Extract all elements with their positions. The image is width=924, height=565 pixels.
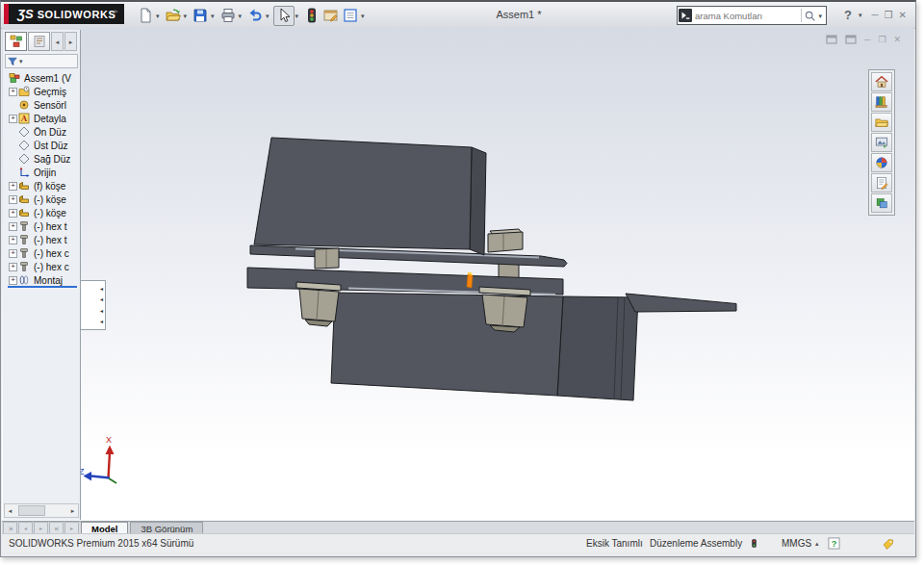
tree-item-label: Assem1 (V xyxy=(24,73,71,84)
expander-icon[interactable] xyxy=(9,263,18,271)
tree-item[interactable]: (-) hex c xyxy=(3,246,80,260)
units-dropdown-icon[interactable] xyxy=(815,540,819,547)
task-pane xyxy=(868,69,895,216)
assembly-icon xyxy=(9,72,21,84)
part-icon xyxy=(18,207,31,218)
property-manager-tab[interactable] xyxy=(28,32,50,51)
tree-item[interactable]: Üst Düz xyxy=(3,139,80,152)
tree-item[interactable]: Montaj xyxy=(3,273,80,287)
expander-icon[interactable] xyxy=(9,276,18,285)
annotations-icon: A xyxy=(18,113,31,124)
tree-item-label: Montaj xyxy=(34,275,63,286)
graphics-viewport[interactable]: X Z Assem1 (VGeçmişSensörlADetaylaÖn Düz… xyxy=(2,28,914,523)
doc-window-button[interactable] xyxy=(826,35,837,44)
tree-item-label: (f) köşe xyxy=(34,181,65,192)
units-selector[interactable]: MMGS xyxy=(782,538,819,549)
scroll-left-icon[interactable] xyxy=(5,507,15,514)
doc-minimize-button[interactable] xyxy=(864,36,870,44)
scroll-right-icon[interactable] xyxy=(67,507,78,514)
expander-icon[interactable] xyxy=(9,236,18,244)
tree-item[interactable]: (f) köşe xyxy=(3,179,80,193)
custom-properties-icon[interactable] xyxy=(871,173,892,193)
sensors-icon xyxy=(18,99,31,111)
tree-item-label: Sensörl xyxy=(34,100,66,111)
doc-restore-button[interactable] xyxy=(878,36,886,44)
expander-icon[interactable] xyxy=(9,249,18,258)
rollback-bar[interactable] xyxy=(8,286,77,288)
tree-item[interactable]: Orijin xyxy=(3,166,80,179)
tree-item-label: (-) hex c xyxy=(34,248,69,259)
solidworks-forum-icon[interactable] xyxy=(871,193,892,213)
svg-text:?: ? xyxy=(832,539,837,549)
doc-window-button[interactable] xyxy=(845,35,857,44)
tree-item[interactable]: Ön Düz xyxy=(3,125,80,139)
svg-text:A: A xyxy=(21,114,28,123)
document-window-controls xyxy=(826,35,901,44)
tree-item[interactable]: Assem1 (V xyxy=(3,71,80,85)
tree-item[interactable]: ADetayla xyxy=(3,112,80,125)
tree-item-label: (-) hex t xyxy=(34,235,66,245)
document-tabs-bar: Model3B Görünüm xyxy=(2,521,914,534)
expander-icon[interactable] xyxy=(9,222,18,231)
solidworks-window: ƷS SOLIDWORKS Assem1 * ? xyxy=(0,0,916,557)
tree-item-label: Detayla xyxy=(34,114,66,124)
model-view: X Z xyxy=(2,2,916,556)
tree-item[interactable]: (-) hex t xyxy=(3,219,80,233)
tags-icon[interactable] xyxy=(882,537,895,550)
bolt-icon xyxy=(18,234,31,245)
orientation-triad: X Z xyxy=(79,435,116,483)
plane-icon xyxy=(18,126,31,138)
doc-close-button[interactable] xyxy=(893,36,901,44)
tree-item[interactable]: Geçmiş xyxy=(3,85,80,98)
bolt-icon xyxy=(18,261,31,272)
tree-item[interactable]: (-) hex t xyxy=(3,233,80,246)
tree-item[interactable]: (-) köşe xyxy=(3,206,80,219)
panel-tabs xyxy=(3,30,80,52)
tree-filter[interactable] xyxy=(5,54,78,68)
tree-item[interactable]: Sensörl xyxy=(3,98,80,112)
origin-icon xyxy=(18,167,31,178)
rebuild-status-icon xyxy=(750,537,758,550)
feature-manager-panel: Assem1 (VGeçmişSensörlADetaylaÖn DüzÜst … xyxy=(3,30,81,520)
panel-scroll-right-icon[interactable] xyxy=(64,32,77,51)
expander-icon[interactable] xyxy=(9,209,18,218)
file-explorer-icon[interactable] xyxy=(871,113,892,132)
bolt-icon xyxy=(18,247,31,259)
edit-mode-status: Düzenleme Assembly xyxy=(650,538,742,549)
panel-splitter[interactable] xyxy=(81,280,106,330)
design-library-icon[interactable] xyxy=(871,92,892,112)
filter-icon xyxy=(8,57,17,66)
expander-icon[interactable] xyxy=(9,115,18,123)
expander-icon[interactable] xyxy=(9,182,18,191)
quick-tips-icon[interactable]: ? xyxy=(828,537,840,550)
tree-item[interactable]: Sağ Düz xyxy=(3,152,80,166)
tree-item-label: (-) köşe xyxy=(34,208,66,218)
bolt-icon xyxy=(18,220,31,232)
plane-icon xyxy=(18,153,31,165)
plane-icon xyxy=(18,140,31,151)
expander-icon[interactable] xyxy=(9,195,18,204)
part-icon xyxy=(18,180,31,192)
panel-scroll-left-icon[interactable] xyxy=(51,32,64,51)
assembly-model[interactable] xyxy=(247,138,736,400)
tree-item-label: (-) hex c xyxy=(34,262,69,272)
tree-item[interactable]: (-) hex c xyxy=(3,260,80,273)
tree-item[interactable]: (-) köşe xyxy=(3,193,80,206)
filter-dropdown-icon[interactable] xyxy=(19,58,23,64)
status-bar: SOLIDWORKS Premium 2015 x64 Sürümü Eksik… xyxy=(2,533,914,552)
tree-horizontal-scrollbar[interactable] xyxy=(4,503,79,518)
solidworks-resources-icon[interactable] xyxy=(871,72,892,91)
tree-item-label: Orijin xyxy=(34,167,56,178)
tree-item-label: (-) hex t xyxy=(34,221,66,232)
scrollbar-thumb[interactable] xyxy=(18,505,45,516)
part-icon xyxy=(18,193,31,205)
tree-item-label: Üst Düz xyxy=(34,141,68,151)
feature-tree-tab[interactable] xyxy=(5,32,27,51)
expander-icon[interactable] xyxy=(9,88,18,96)
view-palette-icon[interactable] xyxy=(871,133,892,152)
triad-x-label: X xyxy=(106,435,112,445)
feature-tree: Assem1 (VGeçmişSensörlADetaylaÖn DüzÜst … xyxy=(3,69,80,287)
units-label: MMGS xyxy=(782,538,811,549)
appearances-icon[interactable] xyxy=(871,153,892,172)
tree-item-label: Ön Düz xyxy=(34,127,66,138)
